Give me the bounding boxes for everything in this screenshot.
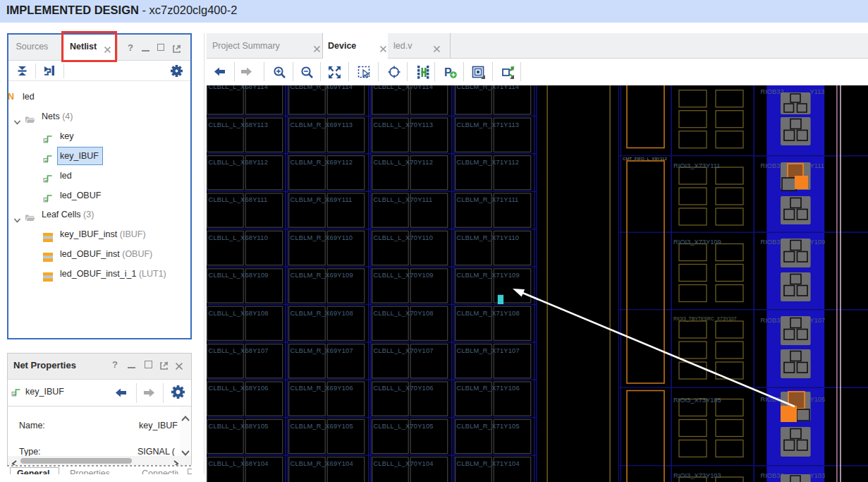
- svg-text:CLBLL_L_X68Y113: CLBLL_L_X68Y113: [209, 121, 269, 128]
- svg-text:CLBLL_L_X70Y114: CLBLL_L_X70Y114: [374, 85, 434, 90]
- svg-text:RIOI3_TBYTESRC_X73Y107: RIOI3_TBYTESRC_X73Y107: [673, 316, 737, 322]
- svg-text:CLBLL_L_X70Y109: CLBLL_L_X70Y109: [374, 272, 434, 279]
- svg-text:CLBLM_R_X71Y114: CLBLM_R_X71Y114: [457, 85, 520, 90]
- svg-text:CLBLL_L_X68Y105: CLBLL_L_X68Y105: [209, 423, 269, 430]
- svg-text:RIOB33: RIOB33: [761, 317, 784, 324]
- svg-text:CLBLM_R_X69Y113: CLBLM_R_X69Y113: [291, 121, 353, 128]
- svg-text:CLBLM_R_X69Y114: CLBLM_R_X69Y114: [291, 85, 353, 90]
- svg-text:CLBLM_R_X69Y105: CLBLM_R_X69Y105: [291, 423, 353, 430]
- svg-text:CMT_FIFO_L_X9Y112: CMT_FIFO_L_X9Y112: [623, 156, 667, 161]
- svg-text:CLBLL_L_X68Y104: CLBLL_L_X68Y104: [209, 460, 269, 467]
- svg-text:RIOB33: RIOB33: [761, 239, 784, 246]
- svg-text:CLBLL_L_X68Y111: CLBLL_L_X68Y111: [209, 196, 268, 203]
- svg-text:CLBLM_R_X69Y112: CLBLM_R_X69Y112: [291, 159, 353, 166]
- svg-text:?: ?: [128, 42, 133, 52]
- svg-text:RIOB33: RIOB33: [761, 88, 784, 95]
- svg-text:CLBLL_L_X68Y109: CLBLL_L_X68Y109: [209, 272, 269, 279]
- svg-text:CLBLL_L_X68Y114: CLBLL_L_X68Y114: [209, 85, 269, 90]
- svg-text:CLBLM_R_X69Y107: CLBLM_R_X69Y107: [291, 347, 353, 354]
- svg-text:CLBLL_L_X70Y105: CLBLL_L_X70Y105: [374, 423, 434, 430]
- svg-text:CLBLM_R_X71Y110: CLBLM_R_X71Y110: [457, 234, 520, 241]
- svg-text:RIOI3_X73Y103: RIOI3_X73Y103: [673, 472, 721, 479]
- svg-text:CLBLL_L_X68Y112: CLBLL_L_X68Y112: [209, 159, 269, 166]
- svg-text:CLBLL_L_X68Y107: CLBLL_L_X68Y107: [209, 347, 269, 354]
- svg-text:RIOB33: RIOB33: [761, 162, 784, 169]
- svg-text:CLBLL_L_X70Y106: CLBLL_L_X70Y106: [374, 385, 434, 392]
- svg-text:CLBLM_R_X71Y104: CLBLM_R_X71Y104: [457, 460, 520, 467]
- svg-text:CLBLL_L_X70Y107: CLBLL_L_X70Y107: [374, 347, 434, 354]
- svg-text:CLBLL_L_X70Y112: CLBLL_L_X70Y112: [374, 159, 434, 166]
- svg-text:CLBLM_R_X69Y108: CLBLM_R_X69Y108: [291, 310, 353, 317]
- svg-text:CLBLM_R_X71Y107: CLBLM_R_X71Y107: [457, 347, 520, 354]
- svg-text:Y105: Y105: [810, 396, 826, 403]
- svg-text:CLBLL_L_X70Y110: CLBLL_L_X70Y110: [374, 234, 434, 241]
- svg-text:CLBLL_L_X68Y108: CLBLL_L_X68Y108: [209, 310, 269, 317]
- svg-text:Y109: Y109: [810, 239, 826, 246]
- svg-text:CLBLL_L_X70Y108: CLBLL_L_X70Y108: [374, 310, 434, 317]
- svg-text:CLBLM_R_X71Y112: CLBLM_R_X71Y112: [457, 159, 520, 166]
- svg-text:CLBLL_L_X68Y106: CLBLL_L_X68Y106: [209, 385, 269, 392]
- svg-text:RIOI3_X73Y105: RIOI3_X73Y105: [673, 397, 721, 404]
- svg-text:CLBLM_R_X71Y111: CLBLM_R_X71Y111: [457, 196, 519, 203]
- svg-text:CLBLM_R_X71Y108: CLBLM_R_X71Y108: [457, 310, 520, 317]
- svg-text:CLBLL_L_X70Y111: CLBLL_L_X70Y111: [374, 196, 433, 203]
- svg-text:RIOI3_X73Y109: RIOI3_X73Y109: [673, 239, 721, 246]
- svg-text:CLBLL_L_X68Y110: CLBLL_L_X68Y110: [209, 234, 269, 241]
- svg-text:?: ?: [112, 359, 118, 369]
- svg-text:RIOB33: RIOB33: [761, 472, 784, 479]
- svg-text:CLBLM_R_X71Y105: CLBLM_R_X71Y105: [457, 423, 520, 430]
- svg-text:Y107: Y107: [810, 317, 826, 324]
- svg-text:CLBLM_R_X71Y113: CLBLM_R_X71Y113: [457, 121, 520, 128]
- svg-text:Y111: Y111: [810, 162, 824, 169]
- svg-text:CLBLM_R_X71Y106: CLBLM_R_X71Y106: [457, 385, 520, 392]
- svg-text:CLBLM_R_X69Y110: CLBLM_R_X69Y110: [291, 234, 353, 241]
- svg-text:CLBLM_R_X69Y104: CLBLM_R_X69Y104: [291, 460, 353, 467]
- svg-text:Y103: Y103: [810, 472, 826, 479]
- svg-text:CLBLM_R_X69Y109: CLBLM_R_X69Y109: [291, 272, 353, 279]
- svg-text:CLBLM_R_X69Y111: CLBLM_R_X69Y111: [291, 196, 353, 203]
- svg-text:Y113: Y113: [810, 88, 825, 95]
- svg-text:CLBLL_L_X70Y104: CLBLL_L_X70Y104: [374, 460, 434, 467]
- svg-text:CLBLM_R_X71Y109: CLBLM_R_X71Y109: [457, 272, 520, 279]
- svg-text:CLBLM_R_X69Y106: CLBLM_R_X69Y106: [291, 385, 353, 392]
- svg-text:RIOI3_X73Y111: RIOI3_X73Y111: [673, 162, 720, 169]
- svg-text:CLBLL_L_X70Y113: CLBLL_L_X70Y113: [374, 121, 434, 128]
